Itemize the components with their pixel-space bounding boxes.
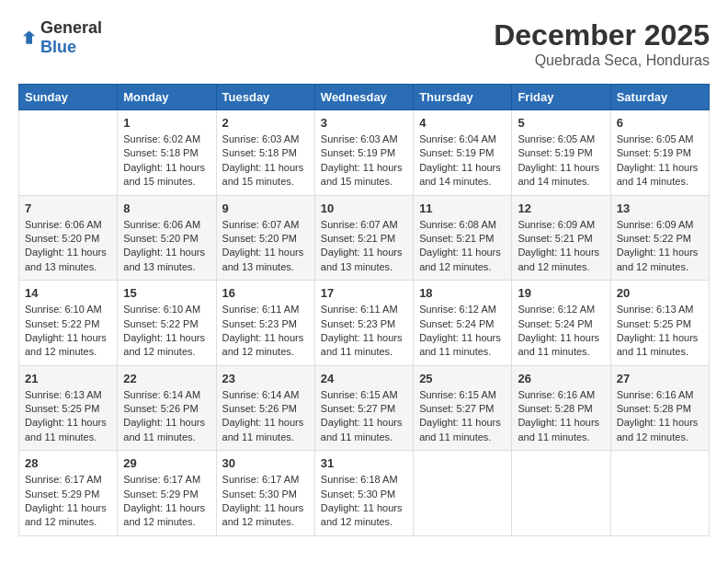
day-number: 12 [518,201,604,215]
logo-text: General Blue [40,18,102,57]
svg-marker-0 [23,31,35,44]
calendar-cell: 17Sunrise: 6:11 AMSunset: 5:23 PMDayligh… [314,281,413,366]
day-number: 10 [321,201,407,215]
calendar-cell: 27Sunrise: 6:16 AMSunset: 5:28 PMDayligh… [610,365,709,451]
day-info: Sunrise: 6:18 AMSunset: 5:30 PMDaylight:… [321,473,407,530]
column-header-monday: Monday [118,85,216,110]
day-number: 13 [617,201,703,215]
day-info: Sunrise: 6:03 AMSunset: 5:18 PMDaylight:… [222,132,309,190]
day-info: Sunrise: 6:09 AMSunset: 5:22 PMDaylight:… [617,218,703,275]
calendar-cell: 13Sunrise: 6:09 AMSunset: 5:22 PMDayligh… [610,195,709,281]
day-info: Sunrise: 6:16 AMSunset: 5:28 PMDaylight:… [518,388,604,445]
calendar-cell: 12Sunrise: 6:09 AMSunset: 5:21 PMDayligh… [512,195,610,281]
day-info: Sunrise: 6:14 AMSunset: 5:26 PMDaylight:… [222,388,309,445]
calendar-cell [512,451,610,536]
calendar-cell: 20Sunrise: 6:13 AMSunset: 5:25 PMDayligh… [610,281,709,366]
calendar-cell [19,110,118,196]
day-info: Sunrise: 6:13 AMSunset: 5:25 PMDaylight:… [617,303,703,360]
calendar-cell [414,451,512,536]
day-number: 25 [419,372,506,385]
column-header-saturday: Saturday [610,85,709,110]
day-number: 7 [25,201,111,215]
day-info: Sunrise: 6:13 AMSunset: 5:25 PMDaylight:… [25,388,111,445]
day-info: Sunrise: 6:04 AMSunset: 5:19 PMDaylight:… [419,132,506,190]
day-info: Sunrise: 6:07 AMSunset: 5:20 PMDaylight:… [222,218,309,275]
day-number: 2 [222,116,309,130]
day-info: Sunrise: 6:16 AMSunset: 5:28 PMDaylight:… [617,388,703,445]
calendar-cell: 19Sunrise: 6:12 AMSunset: 5:24 PMDayligh… [512,281,610,366]
day-info: Sunrise: 6:11 AMSunset: 5:23 PMDaylight:… [222,303,309,360]
calendar-cell: 6Sunrise: 6:05 AMSunset: 5:19 PMDaylight… [610,110,709,196]
day-number: 31 [321,456,407,470]
day-info: Sunrise: 6:14 AMSunset: 5:26 PMDaylight:… [123,388,210,445]
calendar-cell: 14Sunrise: 6:10 AMSunset: 5:22 PMDayligh… [19,281,118,366]
calendar-cell: 18Sunrise: 6:12 AMSunset: 5:24 PMDayligh… [414,281,512,366]
logo-icon [18,29,37,47]
calendar-cell: 7Sunrise: 6:06 AMSunset: 5:20 PMDaylight… [19,195,118,281]
month-title: December 2025 [494,18,710,52]
calendar-cell: 28Sunrise: 6:17 AMSunset: 5:29 PMDayligh… [19,451,118,536]
calendar-cell: 5Sunrise: 6:05 AMSunset: 5:19 PMDaylight… [512,110,610,196]
day-number: 9 [222,201,309,215]
day-number: 29 [123,456,210,470]
calendar-cell [610,451,709,536]
day-info: Sunrise: 6:07 AMSunset: 5:21 PMDaylight:… [321,218,407,275]
day-info: Sunrise: 6:09 AMSunset: 5:21 PMDaylight:… [518,218,604,275]
calendar-week-row: 1Sunrise: 6:02 AMSunset: 5:18 PMDaylight… [19,110,710,196]
calendar-cell: 4Sunrise: 6:04 AMSunset: 5:19 PMDaylight… [414,110,512,196]
day-number: 20 [617,286,703,300]
calendar-cell: 26Sunrise: 6:16 AMSunset: 5:28 PMDayligh… [512,365,610,451]
day-info: Sunrise: 6:08 AMSunset: 5:21 PMDaylight:… [419,218,506,275]
day-info: Sunrise: 6:05 AMSunset: 5:19 PMDaylight:… [617,132,703,190]
day-number: 30 [222,456,309,470]
day-info: Sunrise: 6:17 AMSunset: 5:29 PMDaylight:… [123,473,210,530]
logo: General Blue [18,18,102,57]
day-number: 28 [25,456,111,470]
day-number: 14 [25,286,111,300]
title-block: December 2025 Quebrada Seca, Honduras [494,18,710,69]
calendar-week-row: 21Sunrise: 6:13 AMSunset: 5:25 PMDayligh… [19,365,710,451]
column-header-thursday: Thursday [414,85,512,110]
day-info: Sunrise: 6:10 AMSunset: 5:22 PMDaylight:… [123,303,210,360]
day-number: 21 [25,372,111,385]
calendar-cell: 21Sunrise: 6:13 AMSunset: 5:25 PMDayligh… [19,365,118,451]
day-info: Sunrise: 6:12 AMSunset: 5:24 PMDaylight:… [419,303,506,360]
calendar-cell: 8Sunrise: 6:06 AMSunset: 5:20 PMDaylight… [118,195,216,281]
column-header-friday: Friday [512,85,610,110]
calendar-cell: 23Sunrise: 6:14 AMSunset: 5:26 PMDayligh… [216,365,314,451]
day-number: 8 [123,201,210,215]
day-number: 23 [222,372,309,385]
calendar-header-row: SundayMondayTuesdayWednesdayThursdayFrid… [19,85,710,110]
calendar-cell: 2Sunrise: 6:03 AMSunset: 5:18 PMDaylight… [216,110,314,196]
page-header: General Blue December 2025 Quebrada Seca… [18,18,710,69]
day-info: Sunrise: 6:10 AMSunset: 5:22 PMDaylight:… [25,303,111,360]
day-number: 6 [617,116,703,130]
day-info: Sunrise: 6:15 AMSunset: 5:27 PMDaylight:… [419,388,506,445]
day-number: 19 [518,286,604,300]
column-header-tuesday: Tuesday [216,85,314,110]
day-number: 24 [321,372,407,385]
calendar-cell: 31Sunrise: 6:18 AMSunset: 5:30 PMDayligh… [314,451,413,536]
location-subtitle: Quebrada Seca, Honduras [494,52,710,69]
calendar-cell: 3Sunrise: 6:03 AMSunset: 5:19 PMDaylight… [314,110,413,196]
day-info: Sunrise: 6:12 AMSunset: 5:24 PMDaylight:… [518,303,604,360]
calendar-cell: 30Sunrise: 6:17 AMSunset: 5:30 PMDayligh… [216,451,314,536]
day-info: Sunrise: 6:17 AMSunset: 5:29 PMDaylight:… [25,473,111,530]
day-info: Sunrise: 6:05 AMSunset: 5:19 PMDaylight:… [518,132,604,190]
day-number: 4 [419,116,506,130]
day-number: 16 [222,286,309,300]
calendar-cell: 16Sunrise: 6:11 AMSunset: 5:23 PMDayligh… [216,281,314,366]
day-info: Sunrise: 6:15 AMSunset: 5:27 PMDaylight:… [321,388,407,445]
day-number: 26 [518,372,604,385]
day-number: 27 [617,372,703,385]
day-info: Sunrise: 6:17 AMSunset: 5:30 PMDaylight:… [222,473,309,530]
day-info: Sunrise: 6:02 AMSunset: 5:18 PMDaylight:… [123,132,210,190]
calendar-cell: 11Sunrise: 6:08 AMSunset: 5:21 PMDayligh… [414,195,512,281]
day-number: 22 [123,372,210,385]
day-number: 11 [419,201,506,215]
logo-blue: Blue [40,38,76,56]
calendar-cell: 24Sunrise: 6:15 AMSunset: 5:27 PMDayligh… [314,365,413,451]
column-header-wednesday: Wednesday [314,85,413,110]
day-number: 18 [419,286,506,300]
calendar-cell: 25Sunrise: 6:15 AMSunset: 5:27 PMDayligh… [414,365,512,451]
